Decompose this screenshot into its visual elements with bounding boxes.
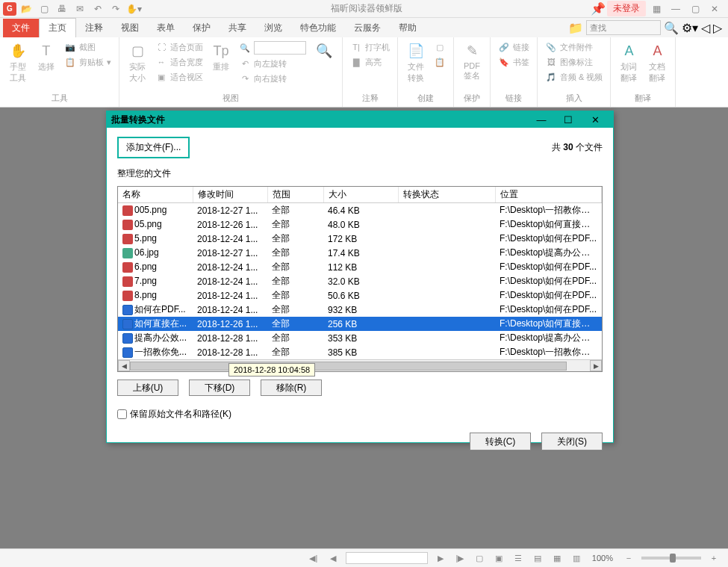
view-mode4-icon[interactable]: ▤ [531, 551, 544, 565]
tab-cloud[interactable]: 云服务 [345, 19, 390, 37]
view-mode1-icon[interactable]: ▢ [473, 551, 486, 565]
maximize-button[interactable]: ▢ [686, 1, 704, 16]
select-button[interactable]: Ꭲ选择 [34, 40, 58, 74]
table-row[interactable]: 05.png2018-12-26 1...全部48.0 KBF:\Desktop… [118, 217, 602, 232]
cursor-icon[interactable]: ✋▾ [125, 1, 142, 16]
tab-feature[interactable]: 特色功能 [291, 19, 345, 37]
nav-prev-icon[interactable]: ◁ [701, 21, 710, 35]
table-row[interactable]: 5.png2018-12-24 1...全部172 KBF:\Desktop\如… [118, 232, 602, 246]
view-mode3-icon[interactable]: ☰ [511, 551, 525, 565]
col-scope[interactable]: 范围 [267, 187, 323, 203]
settings-icon[interactable]: ⚙▾ [682, 21, 698, 35]
tab-share[interactable]: 共享 [220, 19, 255, 37]
link-button[interactable]: 🔗链接 [497, 40, 531, 54]
file-convert-button[interactable]: 📄文件 转换 [404, 40, 428, 85]
horizontal-scrollbar[interactable]: ◀ ▶ [118, 359, 602, 371]
table-row[interactable]: 提高办公效...2018-12-28 1...全部353 KBF:\Deskto… [118, 331, 602, 345]
table-row[interactable]: 6.png2018-12-24 1...全部112 KBF:\Desktop\如… [118, 260, 602, 274]
col-name[interactable]: 名称 [118, 187, 193, 203]
file-table[interactable]: 名称 修改时间 范围 大小 转换状态 位置 005.png2018-12-27 … [118, 187, 602, 359]
scroll-left-icon[interactable]: ◀ [118, 360, 130, 371]
rotate-left-button[interactable]: ↶向左旋转 [237, 57, 308, 70]
save-icon[interactable]: ▢ [36, 1, 52, 16]
add-file-button[interactable]: 添加文件(F)... [117, 137, 190, 158]
doc-translate-button[interactable]: A文档 翻译 [645, 40, 669, 85]
scroll-right-icon[interactable]: ▶ [590, 360, 602, 371]
move-down-button[interactable]: 下移(D) [189, 379, 250, 396]
search-icon[interactable]: 🔍 [664, 21, 679, 35]
pin-icon[interactable]: 📌 [591, 1, 606, 16]
tab-view[interactable]: 视图 [112, 19, 148, 37]
rotate-right-button[interactable]: ↷向右旋转 [237, 72, 308, 85]
close-button-footer[interactable]: 关闭(S) [541, 433, 603, 450]
view-mode2-icon[interactable]: ▣ [492, 551, 505, 565]
snapshot-button[interactable]: 📷截图 [63, 40, 113, 54]
clipboard-pdf-button[interactable]: 📋 [432, 55, 447, 69]
zoom-button[interactable]: 🔍 [237, 40, 308, 55]
tab-form[interactable]: 表单 [148, 19, 184, 37]
zoom-tool-button[interactable]: 🔍 [312, 40, 336, 61]
login-button[interactable]: 未登录 [607, 1, 646, 16]
convert-button[interactable]: 转换(C) [470, 433, 531, 450]
typewriter-button[interactable]: T|打字机 [349, 40, 391, 54]
page-number-input[interactable] [346, 552, 428, 564]
scroll-thumb[interactable] [130, 362, 567, 371]
tab-home[interactable]: 主页 [39, 18, 76, 37]
folder-icon[interactable]: 📁 [568, 20, 583, 35]
hand-tool-button[interactable]: ✋手型 工具 [6, 40, 30, 85]
highlight-button[interactable]: ▇高亮 [349, 55, 391, 69]
col-size[interactable]: 大小 [323, 187, 398, 203]
next-page-icon[interactable]: ▶ [434, 551, 447, 565]
nav-next-icon[interactable]: ▷ [713, 21, 722, 35]
last-page-icon[interactable]: |▶ [453, 551, 467, 565]
zoom-slider[interactable] [641, 557, 701, 560]
col-status[interactable]: 转换状态 [398, 187, 495, 203]
table-row[interactable]: 005.png2018-12-27 1...全部46.4 KBF:\Deskto… [118, 203, 602, 218]
view-mode5-icon[interactable]: ▦ [550, 551, 564, 565]
table-row[interactable]: 一招教你免...2018-12-28 1...全部385 KBF:\Deskto… [118, 345, 602, 359]
keep-path-checkbox[interactable] [117, 409, 127, 419]
audio-video-button[interactable]: 🎵音频 & 视频 [544, 70, 604, 84]
tab-protect[interactable]: 保护 [184, 19, 220, 37]
blank-pdf-button[interactable]: ▢ [432, 40, 447, 54]
table-row[interactable]: 如何在PDF...2018-12-24 1...全部932 KBF:\Deskt… [118, 303, 602, 317]
email-icon[interactable]: ✉ [72, 1, 88, 16]
dialog-minimize-button[interactable]: — [528, 111, 555, 128]
tab-file[interactable]: 文件 [3, 19, 39, 37]
scroll-track[interactable] [130, 361, 590, 371]
undo-icon[interactable]: ↶ [90, 1, 106, 16]
minimize-button[interactable]: — [667, 1, 685, 16]
image-callout-button[interactable]: 🖼图像标注 [544, 55, 604, 69]
tab-browse[interactable]: 浏览 [255, 19, 291, 37]
pdf-sign-button[interactable]: ✎PDF 签名 [460, 40, 484, 83]
redo-icon[interactable]: ↷ [108, 1, 124, 16]
fit-visible-button[interactable]: ▣适合视区 [154, 70, 205, 84]
bookmark-button[interactable]: 🔖书签 [497, 55, 531, 69]
dialog-maximize-button[interactable]: ☐ [555, 111, 582, 128]
tab-help[interactable]: 帮助 [390, 19, 426, 37]
col-modified[interactable]: 修改时间 [193, 187, 267, 203]
first-page-icon[interactable]: ◀| [307, 551, 320, 565]
zoom-slider-thumb[interactable] [670, 554, 676, 563]
search-input[interactable]: 查找 [586, 20, 661, 35]
zoom-input[interactable] [254, 41, 306, 55]
tab-annotate[interactable]: 注释 [76, 19, 112, 37]
close-button[interactable]: ✕ [706, 1, 724, 16]
view-mode6-icon[interactable]: ▥ [570, 551, 583, 565]
actual-size-button[interactable]: ▢实际 大小 [125, 40, 149, 85]
fit-page-button[interactable]: ⛶适合页面 [154, 40, 205, 54]
move-up-button[interactable]: 上移(U) [117, 379, 178, 396]
table-row[interactable]: 如何直接在...2018-12-26 1...全部256 KBF:\Deskto… [118, 317, 602, 331]
table-row[interactable]: 8.png2018-12-24 1...全部50.6 KBF:\Desktop\… [118, 288, 602, 303]
prev-page-icon[interactable]: ◀ [326, 551, 340, 565]
reflow-button[interactable]: Tр重排 [209, 40, 233, 74]
apps-icon[interactable]: ▦ [647, 1, 665, 16]
table-row[interactable]: 7.png2018-12-24 1...全部32.0 KBF:\Desktop\… [118, 274, 602, 288]
zoom-in-icon[interactable]: + [707, 551, 721, 565]
dialog-close-button[interactable]: ✕ [582, 111, 609, 128]
attach-button[interactable]: 📎文件附件 [544, 40, 604, 54]
open-icon[interactable]: 📂 [18, 1, 34, 16]
table-row[interactable]: 06.jpg2018-12-27 1...全部17.4 KBF:\Desktop… [118, 246, 602, 260]
fit-width-button[interactable]: ↔适合宽度 [154, 55, 205, 69]
clipboard-button[interactable]: 📋剪贴板▾ [63, 55, 113, 69]
